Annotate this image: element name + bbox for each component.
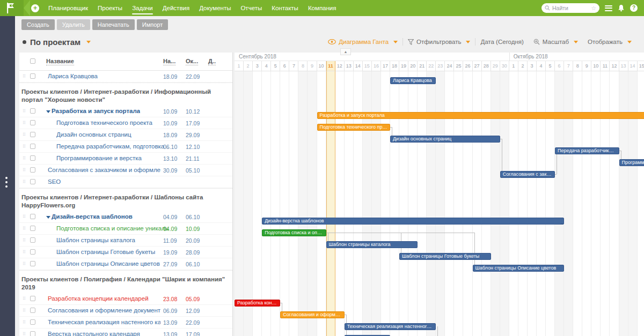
scroll-up-button[interactable]: ▲ [340, 48, 351, 55]
column-header-start[interactable]: На... [163, 58, 175, 65]
row-checkbox[interactable] [30, 155, 35, 161]
table-row[interactable]: ⠿Согласования с заказчиком и оформлен...… [19, 165, 232, 176]
drag-handle-icon[interactable]: ⠿ [23, 226, 25, 231]
row-checkbox[interactable] [30, 237, 35, 243]
table-row[interactable]: ⠿Подготовка технического проекта10.0917.… [19, 117, 232, 129]
task-name[interactable]: Лариса Кравцова [48, 73, 98, 79]
task-name[interactable]: Шаблон страницы каталога [56, 237, 135, 243]
drag-handle-icon[interactable]: ⠿ [23, 250, 25, 255]
toolbar-button-Напечатать[interactable]: Напечатать [92, 19, 135, 30]
collapse-caret-icon[interactable] [46, 110, 50, 113]
gantt-bar[interactable]: Подготовка списка и описан... [262, 229, 326, 236]
row-checkbox[interactable] [30, 214, 35, 219]
gantt-bar[interactable]: Подготовка технического проекта [317, 124, 390, 131]
table-row[interactable]: ⠿Верстка настольного календаря13.0917.09 [19, 328, 232, 336]
table-row[interactable]: ⠿Передача разработчикам, подготовка ...0… [19, 141, 232, 153]
view-control-Масштаб[interactable]: Масштаб [529, 39, 583, 45]
favorites-star-icon[interactable]: ☆ [591, 5, 596, 12]
table-row[interactable]: ⠿Подготовка списка и описание уникаль...… [19, 223, 232, 235]
row-checkbox[interactable] [30, 179, 35, 184]
row-checkbox[interactable] [30, 319, 35, 325]
task-name[interactable]: Программирование и верстка [56, 155, 142, 161]
bell-icon[interactable] [618, 4, 625, 12]
table-row[interactable]: ⠿Шаблон страницы Описание цветов27.0906.… [19, 258, 232, 270]
app-logo[interactable] [0, 0, 24, 16]
gantt-bar[interactable]: Техническая реализация настенного кален.… [345, 323, 436, 330]
table-row[interactable]: ⠿Согласования и оформление документов06.… [19, 305, 232, 317]
gantt-bar[interactable]: Разработка и запуск портала [317, 112, 644, 119]
view-title[interactable]: По проектам [30, 38, 80, 47]
task-name[interactable]: Дизайн-верстка шаблонов [52, 213, 133, 220]
gantt-bar[interactable]: Дизайн основных страниц [390, 136, 500, 143]
nav-item-Задачи[interactable]: Задачи [127, 0, 158, 16]
help-icon[interactable]: ? [630, 4, 638, 12]
gantt-bar[interactable]: Согласования и оформление ... [280, 311, 344, 318]
task-name[interactable]: Дизайн основных страниц [56, 131, 131, 138]
row-checkbox[interactable] [30, 296, 35, 301]
task-name[interactable]: Шаблон страницы Описание цветов [56, 260, 160, 267]
drag-handle-icon[interactable]: ⠿ [23, 238, 25, 243]
drag-handle-icon[interactable]: ⠿ [23, 214, 25, 219]
drag-handle-icon[interactable]: ⠿ [23, 109, 25, 114]
table-row[interactable]: ⠿Лариса Кравцова18.0922.09 [19, 71, 232, 83]
row-checkbox[interactable] [30, 308, 35, 313]
nav-item-Документы[interactable]: Документы [194, 0, 236, 16]
row-checkbox[interactable] [30, 73, 35, 79]
table-row[interactable]: ⠿Шаблон страницы Готовые букеты19.0928.0… [19, 247, 232, 258]
table-row[interactable]: ⠿Дизайн основных страниц18.0929.09 [19, 129, 232, 141]
task-name[interactable]: Согласования с заказчиком и оформлен... [48, 167, 160, 173]
nav-item-Действия[interactable]: Действия [158, 0, 194, 16]
nav-item-Компания[interactable]: Компания [303, 0, 341, 16]
task-name[interactable]: Верстка настольного календаря [48, 331, 140, 336]
toolbar-button-Импорт[interactable]: Импорт [137, 19, 168, 30]
task-name[interactable]: SEO [48, 178, 61, 185]
add-button[interactable]: + [31, 4, 39, 12]
task-name[interactable]: Шаблон страницы Готовые букеты [56, 249, 155, 255]
gantt-bar[interactable]: Шаблон страницы каталога [326, 241, 418, 248]
table-row[interactable]: ⠿Разработка и запуск портала10.0910.12 [19, 106, 232, 117]
row-checkbox[interactable] [30, 261, 35, 266]
table-row[interactable]: ⠿Разработка концепции календарей23.0805.… [19, 293, 232, 305]
hamburger-menu-icon[interactable] [605, 5, 612, 11]
view-control-Отфильтровать[interactable]: Отфильтровать [403, 39, 475, 45]
view-control-Отображать[interactable]: Отображать [583, 39, 636, 45]
row-checkbox[interactable] [30, 132, 35, 137]
table-row[interactable]: ⠿SEO [19, 176, 232, 188]
drag-handle-icon[interactable]: ⠿ [23, 156, 25, 161]
gantt-bar[interactable]: Согласования с заказчи... [500, 171, 555, 178]
view-title-caret-icon[interactable] [86, 41, 91, 43]
column-header-extra[interactable]: Д.. [208, 58, 216, 65]
nav-item-Контакты[interactable]: Контакты [267, 0, 303, 16]
table-row[interactable]: ⠿Шаблон страницы каталога11.0920.09 [19, 235, 232, 247]
toolbar-button-Создать[interactable]: Создать [21, 19, 55, 30]
panel-splitter[interactable] [232, 53, 233, 336]
drag-handle-icon[interactable]: ⠿ [23, 262, 25, 266]
table-row[interactable]: ⠿Техническая реализация настенного кал..… [19, 317, 232, 328]
drag-handle-icon[interactable]: ⠿ [23, 180, 25, 184]
nav-item-Планировщик[interactable]: Планировщик [43, 0, 93, 16]
drag-handle-icon[interactable]: ⠿ [23, 132, 25, 137]
column-header-end[interactable]: Ок... [186, 58, 198, 65]
gantt-bar[interactable]: Лариса Кравцова [390, 77, 436, 84]
drag-handle-icon[interactable]: ⠿ [23, 296, 25, 301]
gantt-bar[interactable]: Передача разработчикам, подготовка ... [555, 147, 619, 154]
task-name[interactable]: Техническая реализация настенного кал... [48, 319, 160, 325]
collapse-caret-icon[interactable] [46, 216, 50, 219]
row-checkbox[interactable] [30, 249, 35, 255]
view-control-Дата (Сегодня)[interactable]: Дата (Сегодня) [475, 39, 528, 45]
row-checkbox[interactable] [30, 144, 35, 149]
drag-handle-icon[interactable]: ⠿ [23, 121, 25, 125]
row-checkbox[interactable] [30, 120, 35, 125]
row-checkbox[interactable] [30, 108, 35, 114]
task-name[interactable]: Подготовка списка и описание уникаль... [56, 225, 169, 232]
row-checkbox[interactable] [30, 167, 35, 173]
task-name[interactable]: Разработка концепции календарей [48, 295, 149, 302]
task-name[interactable]: Согласования и оформление документов [48, 307, 160, 313]
gantt-bar[interactable]: Шаблон страницы Описание цветов [473, 265, 565, 272]
task-name[interactable]: Подготовка технического проекта [56, 120, 152, 126]
select-all-checkbox[interactable] [30, 58, 35, 64]
gantt-bar[interactable]: Шаблон страницы Готовые букеты [399, 253, 491, 260]
table-row[interactable]: ⠿Программирование и верстка13.1021.11 [19, 153, 232, 165]
drag-handle-icon[interactable]: ⠿ [23, 144, 25, 149]
view-control-Диаграмма Ганта[interactable]: Диаграмма Ганта [323, 39, 402, 45]
